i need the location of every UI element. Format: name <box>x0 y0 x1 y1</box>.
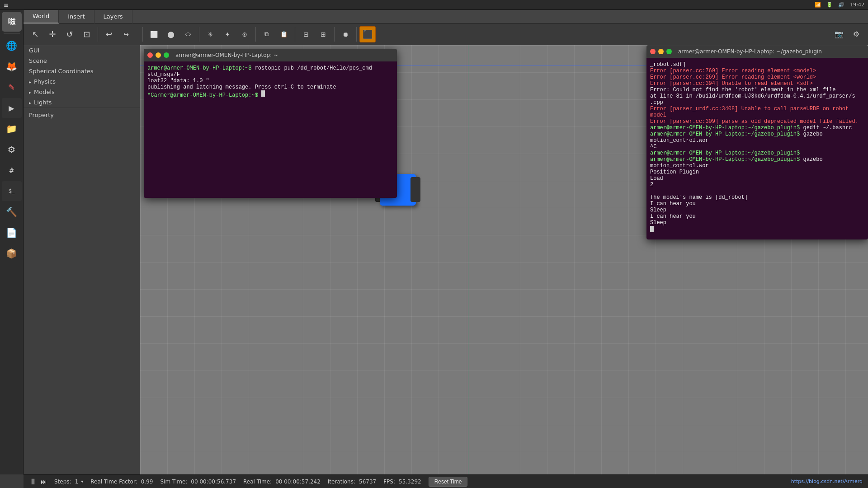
undo-btn[interactable]: ↩ <box>101 26 117 42</box>
terminal-window-1[interactable]: armer@armer-OMEN-by-HP-Laptop: ~ armer@a… <box>144 49 397 198</box>
redo-btn[interactable]: ↪ <box>118 26 134 42</box>
select-tool-btn[interactable]: ↖ <box>27 26 43 42</box>
term1-close-btn[interactable] <box>147 52 153 58</box>
doc-app-icon[interactable]: 📄 <box>2 223 22 243</box>
align-btn[interactable]: ⊟ <box>298 26 314 42</box>
box-btn[interactable]: ⬜ <box>146 26 162 42</box>
sidebar-spherical-coords[interactable]: Spherical Coordinates <box>24 66 140 76</box>
url-display[interactable]: https://blog.csdn.net/Armerq <box>791 479 863 484</box>
term2-minimize-btn[interactable] <box>658 49 664 54</box>
t2l4: Error [parser.cc:394] Unable to read ele… <box>650 80 864 87</box>
real-time-label: Real Time: <box>243 479 272 485</box>
sidebar-scene[interactable]: Scene <box>24 56 140 66</box>
app-menu-icon[interactable]: ≡ <box>4 1 9 9</box>
network-icon: 📶 <box>815 2 821 8</box>
term1-line-3: publishing and latching message. Press c… <box>147 84 393 90</box>
viewport[interactable]: armer@armer-OMEN-by-HP-Laptop: ~ armer@a… <box>140 45 868 474</box>
t2l2: Error [parser.cc:769] Error reading elem… <box>650 68 864 74</box>
term2-maximize-btn[interactable] <box>666 49 672 54</box>
sidebar-panel-world: GUI Scene Spherical Coordinates Physics … <box>24 45 140 108</box>
terminal2-body[interactable]: _robot.sdf] Error [parser.cc:769] Error … <box>646 58 868 239</box>
terminal1-body[interactable]: armer@armer-OMEN-by-HP-Laptop:~$ rostopi… <box>144 61 397 198</box>
reset-time-btn[interactable]: Reset Time <box>429 477 468 487</box>
main-area: GUI Scene Spherical Coordinates Physics … <box>24 45 868 474</box>
property-panel: Property <box>24 108 140 122</box>
play-controls: ⏸ ⏭ <box>29 477 47 486</box>
pointlight-btn[interactable]: ✳ <box>202 26 218 42</box>
sphere-btn[interactable]: ⬤ <box>163 26 179 42</box>
orange-tool-btn[interactable]: ⬛ <box>359 26 376 42</box>
t2l22: I can hear you <box>650 213 864 220</box>
pkg-app-icon[interactable]: 📦 <box>2 244 22 263</box>
term2-close-btn[interactable] <box>650 49 656 54</box>
scale-tool-btn[interactable]: ⊡ <box>79 26 95 42</box>
t2l6: at line 81 in /build/urdfdom-UJ3kd6/urdf… <box>650 93 864 99</box>
tab-world[interactable]: World <box>24 10 59 23</box>
term1-line-2: loat32 "data: 1.0 " <box>147 78 393 84</box>
build-app-icon[interactable]: 🔨 <box>2 202 22 222</box>
terminal-window-2[interactable]: armer@armer-OMEN-by-HP-Laptop: ~/gazebo_… <box>646 45 868 239</box>
volume-icon: 🔊 <box>838 2 844 8</box>
camera-btn[interactable]: 📷 <box>831 26 847 42</box>
editor-app-icon[interactable]: ✎ <box>2 77 22 97</box>
sidebar-lights[interactable]: Lights <box>24 97 140 108</box>
top-bar: ≡ 📶 🔋 🔊 19:42 <box>0 0 868 10</box>
settings-app-icon[interactable]: ⚙ <box>2 140 22 160</box>
t2l12: ^C <box>650 144 864 150</box>
app-icon-bar: 嗞 🌐 🦊 ✎ ▶ 📁 ⚙ # $_ 🔨 📄 📦 <box>0 10 24 474</box>
sidebar-physics[interactable]: Physics <box>24 76 140 87</box>
fps-item: FPS: 55.3292 <box>383 479 421 485</box>
record-btn[interactable]: ⏺ <box>337 26 354 42</box>
folder-app-icon[interactable]: 📁 <box>2 119 22 139</box>
move-tool-btn[interactable]: ✛ <box>44 26 61 42</box>
robot-wheel-right <box>410 177 420 202</box>
snap-btn[interactable]: ⊞ <box>315 26 331 42</box>
sidebar-gui[interactable]: GUI <box>24 45 140 56</box>
rtf-label: Real Time Factor: <box>90 479 137 485</box>
sep2 <box>142 27 143 42</box>
t2l13: armer@armer-OMEN-by-HP-Laptop:~/gazebo_p… <box>650 150 864 156</box>
settings-toolbar-btn[interactable]: ⚙ <box>848 26 864 42</box>
spotlight-btn[interactable]: ⊛ <box>236 26 253 42</box>
term1-minimize-btn[interactable] <box>156 52 161 58</box>
sidebar-models[interactable]: Models <box>24 87 140 97</box>
tab-insert[interactable]: Insert <box>59 10 94 23</box>
paste-btn[interactable]: 📋 <box>276 26 292 42</box>
term1-line-4: ^Carmer@armer-OMEN-by-HP-Laptop:~$ <box>147 90 393 99</box>
steps-dropdown[interactable]: ▾ <box>81 479 83 484</box>
sep6 <box>334 27 335 42</box>
sim-time-label: Sim Time: <box>160 479 187 485</box>
tab-layers[interactable]: Layers <box>94 10 132 23</box>
t2l10: armer@armer-OMEN-by-HP-Laptop:~/gazebo_p… <box>650 125 864 131</box>
term1-maximize-btn[interactable] <box>164 52 169 58</box>
t2l11: armer@armer-OMEN-by-HP-Laptop:~/gazebo_p… <box>650 131 864 144</box>
cylinder-btn[interactable]: ⬭ <box>180 26 196 42</box>
term2-app-icon[interactable]: $_ <box>2 181 22 201</box>
sim-time-value: 00 00:00:56.737 <box>191 479 236 485</box>
dirlight-btn[interactable]: ✦ <box>219 26 236 42</box>
toolbar: ↖ ✛ ↺ ⊡ ↩ ↪ ⬜ ⬤ ⬭ ✳ ✦ ⊛ ⧉ 📋 ⊟ ⊞ ⏺ ⬛ 📷 ⚙ <box>24 23 868 45</box>
copy-btn[interactable]: ⧉ <box>259 26 275 42</box>
t2l20: I can hear you <box>650 201 864 207</box>
step-forward-btn[interactable]: ⏭ <box>41 478 47 485</box>
world-app-icon[interactable]: 🌐 <box>2 36 22 56</box>
rotate-tool-btn[interactable]: ↺ <box>61 26 78 42</box>
terminal1-titlebar: armer@armer-OMEN-by-HP-Laptop: ~ <box>144 49 397 61</box>
t2l7: .cpp <box>650 99 864 106</box>
firefox-app-icon[interactable]: 🦊 <box>2 56 22 76</box>
pause-btn[interactable]: ⏸ <box>29 477 37 486</box>
fps-value: 55.3292 <box>399 479 421 485</box>
clock: 19:42 <box>850 2 864 8</box>
t2l9: Error [parser.cc:309] parse as old depre… <box>650 118 864 125</box>
iterations-item: Iterations: 56737 <box>328 479 376 485</box>
status-bar: ⏸ ⏭ Steps: 1 ▾ Real Time Factor: 0.99 Si… <box>24 474 868 488</box>
t2l24 <box>650 226 864 234</box>
iterations-label: Iterations: <box>328 479 355 485</box>
terminal-app-icon[interactable]: ▶ <box>2 98 22 118</box>
calc-app-icon[interactable]: # <box>2 160 22 180</box>
property-label: Property <box>29 112 54 118</box>
gazebo-app-icon[interactable]: 嗞 <box>2 12 22 32</box>
steps-item: Steps: 1 ▾ <box>54 479 83 485</box>
menu-bar: World Insert Layers <box>24 10 868 23</box>
sep3 <box>199 27 199 42</box>
